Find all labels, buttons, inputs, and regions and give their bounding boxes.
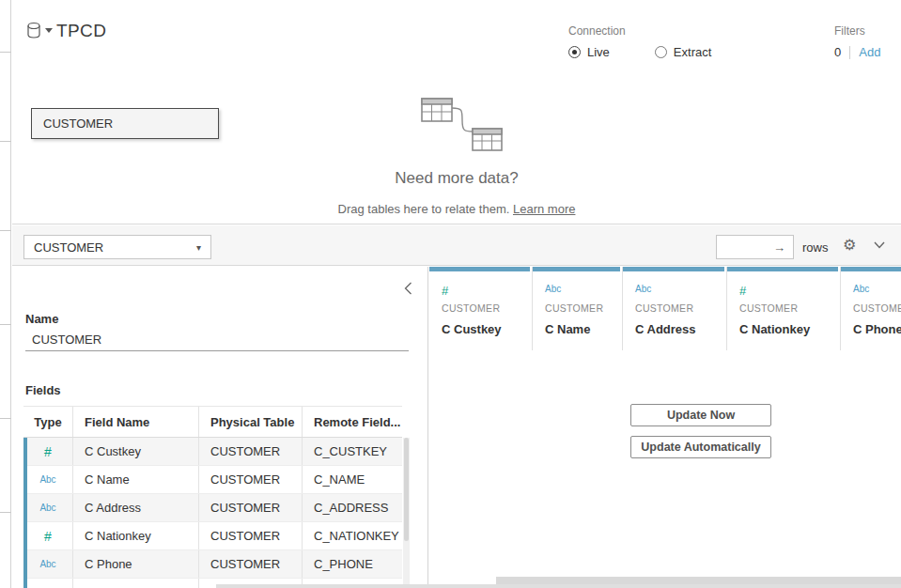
connection-live-radio[interactable]: Live xyxy=(568,45,610,59)
column-table-name: CUSTOMER xyxy=(635,302,726,314)
column-field-name: C Nationkey xyxy=(739,322,840,336)
filters-section: Filters 0 Add xyxy=(834,24,880,59)
connection-extract-radio[interactable]: Extract xyxy=(655,45,711,59)
grid-toolbar: CUSTOMER ▾ → rows ⚙ xyxy=(12,225,901,266)
chevron-down-icon[interactable] xyxy=(874,241,885,249)
field-type-icon: Abc xyxy=(39,474,55,485)
fields-table-header: Type Field Name Physical Table Remote Fi… xyxy=(23,406,402,438)
dropdown-caret-icon: ▾ xyxy=(196,242,201,253)
name-label: Name xyxy=(25,312,58,326)
bottom-pane: Name CUSTOMER Fields Type Field Name Phy… xyxy=(12,267,901,588)
grid-column-header[interactable]: Abc CUSTOMER C Name xyxy=(533,267,623,350)
rows-label: rows xyxy=(802,240,828,255)
update-now-button[interactable]: Update Now xyxy=(630,404,771,426)
radio-label: Extract xyxy=(674,45,711,59)
field-properties-panel: Name CUSTOMER Fields Type Field Name Phy… xyxy=(12,267,428,588)
field-name-cell: C Phone xyxy=(73,550,199,578)
left-pane-splitter[interactable] xyxy=(0,0,11,588)
physical-table-cell: CUSTOMER xyxy=(199,550,303,578)
splitter-notch xyxy=(0,512,11,513)
fields-label: Fields xyxy=(25,383,61,397)
radio-label: Live xyxy=(587,45,610,59)
grid-column-header[interactable]: # CUSTOMER C Custkey xyxy=(429,267,533,350)
database-menu-button[interactable] xyxy=(26,22,53,39)
remote-field-cell: C_NAME xyxy=(303,466,402,493)
column-type-icon: Abc xyxy=(635,284,726,299)
column-type-icon: Abc xyxy=(853,284,901,299)
grid-column-header[interactable]: # CUSTOMER C Nationkey xyxy=(727,267,841,350)
connection-section: Connection Live Extract xyxy=(568,24,711,59)
relationship-canvas: CUSTOMER Need more data? xyxy=(12,85,901,224)
divider xyxy=(849,46,850,59)
field-row[interactable]: Abc C Name CUSTOMER C_NAME xyxy=(23,466,402,494)
splitter-notch xyxy=(0,324,11,325)
field-name-cell: C Address xyxy=(73,494,199,521)
database-icon xyxy=(26,22,42,39)
col-header-physical-table[interactable]: Physical Table xyxy=(199,407,303,437)
filters-label: Filters xyxy=(834,24,880,38)
data-grid-panel: # CUSTOMER C Custkey Abc CUSTOMER C Name… xyxy=(429,267,901,588)
arrow-right-icon: → xyxy=(773,240,785,255)
table-select-value: CUSTOMER xyxy=(34,240,103,255)
radio-dot-icon xyxy=(655,46,667,58)
rows-count-input[interactable]: → xyxy=(716,235,794,259)
remote-field-cell: C_NATIONKEY xyxy=(303,522,402,549)
tableau-datasource-page: TPCD Connection Live Extract Filters 0 A… xyxy=(0,0,901,588)
window-bottom-scroll-strip[interactable] xyxy=(216,584,901,588)
col-header-remote-field[interactable]: Remote Field... xyxy=(303,407,402,437)
physical-table-cell: CUSTOMER xyxy=(199,438,303,465)
grid-column-header[interactable]: Abc CUSTOMER C Phone xyxy=(841,267,901,350)
selected-rows-strip xyxy=(23,438,27,588)
scrollbar-thumb[interactable] xyxy=(404,438,409,541)
gear-icon[interactable]: ⚙ xyxy=(843,238,856,253)
field-type-icon: # xyxy=(44,529,52,544)
physical-table-cell: CUSTOMER xyxy=(199,522,303,549)
column-type-icon: # xyxy=(739,284,840,299)
table-select-dropdown[interactable]: CUSTOMER ▾ xyxy=(23,235,211,259)
field-type-icon: # xyxy=(44,444,52,459)
splitter-notch xyxy=(0,418,11,419)
datasource-header: TPCD Connection Live Extract Filters 0 A… xyxy=(12,0,901,85)
empty-state-hint: Drag tables here to relate them. Learn m… xyxy=(12,202,901,216)
field-row[interactable]: Abc C Address CUSTOMER C_ADDRESS xyxy=(23,494,402,522)
empty-state-title: Need more data? xyxy=(12,169,901,188)
splitter-notch xyxy=(0,230,11,231)
field-row[interactable]: Abc C Phone CUSTOMER C_PHONE xyxy=(23,550,402,579)
data-grid-hscrollbar[interactable] xyxy=(429,576,901,584)
column-table-name: CUSTOMER xyxy=(853,302,901,314)
collapse-panel-icon[interactable] xyxy=(404,282,412,295)
column-field-name: C Phone xyxy=(853,322,901,336)
field-type-icon: Abc xyxy=(39,503,55,513)
field-name-cell: C Nationkey xyxy=(73,522,199,549)
connection-label: Connection xyxy=(568,24,711,38)
field-row[interactable]: # C Nationkey CUSTOMER C_NATIONKEY xyxy=(23,522,402,550)
col-header-field-name[interactable]: Field Name xyxy=(73,407,199,437)
field-name-cell: C Name xyxy=(73,466,199,493)
field-name-cell: C Custkey xyxy=(73,438,199,465)
relate-tables-illustration xyxy=(399,87,531,162)
fields-table: Type Field Name Physical Table Remote Fi… xyxy=(23,406,402,588)
column-type-icon: Abc xyxy=(545,284,622,299)
splitter-notch xyxy=(0,141,11,142)
remote-field-cell: C_ADDRESS xyxy=(303,494,402,521)
remote-field-cell: C_CUSTKEY xyxy=(303,438,402,465)
filters-count: 0 xyxy=(834,45,841,59)
fields-table-scrollbar[interactable] xyxy=(403,438,410,588)
canvas-table-customer[interactable]: CUSTOMER xyxy=(31,108,219,139)
add-filter-link[interactable]: Add xyxy=(859,45,880,59)
column-table-name: CUSTOMER xyxy=(442,302,532,314)
datasource-title: TPCD xyxy=(56,21,106,41)
update-automatically-button[interactable]: Update Automatically xyxy=(630,436,771,458)
column-field-name: C Address xyxy=(635,322,726,336)
physical-table-cell: CUSTOMER xyxy=(199,494,303,521)
hscrollbar-thumb[interactable] xyxy=(496,577,901,584)
column-table-name: CUSTOMER xyxy=(545,302,622,314)
caret-down-icon xyxy=(45,28,53,33)
data-grid-header-row: # CUSTOMER C Custkey Abc CUSTOMER C Name… xyxy=(429,267,901,350)
column-table-name: CUSTOMER xyxy=(739,302,840,314)
grid-column-header[interactable]: Abc CUSTOMER C Address xyxy=(623,267,727,350)
field-row[interactable]: # C Custkey CUSTOMER C_CUSTKEY xyxy=(23,438,402,466)
table-name-input[interactable]: CUSTOMER xyxy=(25,329,409,351)
col-header-type[interactable]: Type xyxy=(23,407,73,437)
learn-more-link[interactable]: Learn more xyxy=(513,202,575,216)
